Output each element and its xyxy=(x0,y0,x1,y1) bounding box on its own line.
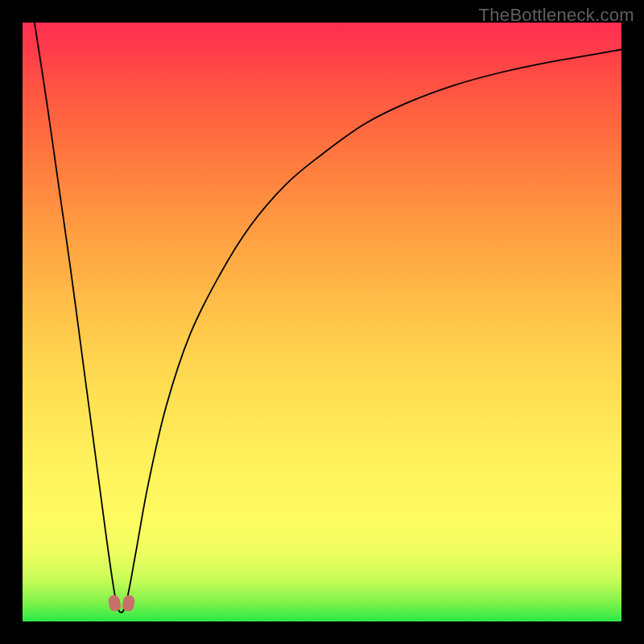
watermark-text: TheBottleneck.com xyxy=(479,5,634,26)
chart-plot-area xyxy=(23,23,621,621)
minimum-marker xyxy=(110,592,133,611)
bottleneck-curve xyxy=(23,23,621,621)
